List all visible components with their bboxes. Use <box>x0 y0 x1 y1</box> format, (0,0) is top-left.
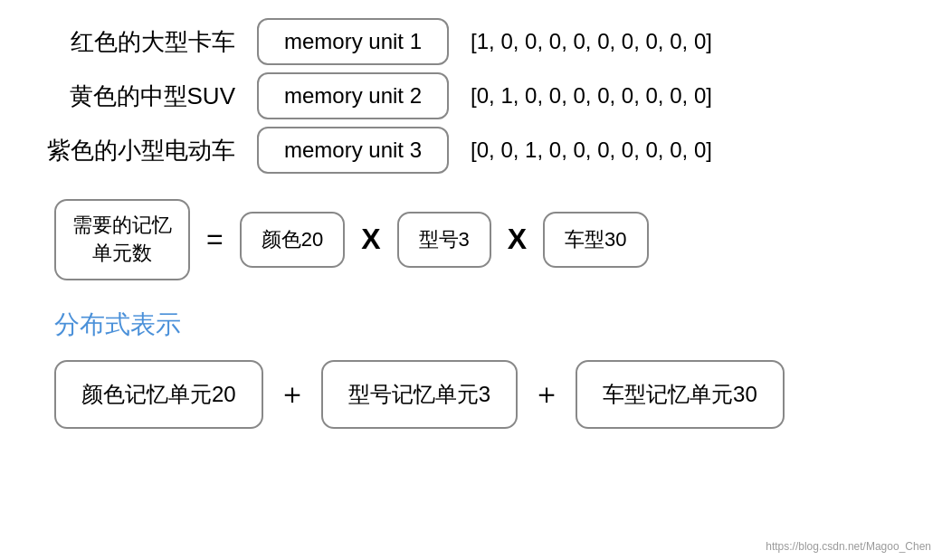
formula-left-line2: 单元数 <box>72 240 172 268</box>
dist-box-3: 车型记忆单元30 <box>576 360 785 429</box>
row-3-memory-box: memory unit 3 <box>257 127 449 174</box>
distributed-section: 颜色记忆单元20 ＋ 型号记忆单元3 ＋ 车型记忆单元30 <box>54 360 906 429</box>
row-3-vector: [0, 0, 1, 0, 0, 0, 0, 0, 0, 0] <box>471 138 712 163</box>
formula-factor1: 颜色20 <box>240 212 345 268</box>
top-section: 红色的大型卡车 memory unit 1 [1, 0, 0, 0, 0, 0,… <box>36 18 906 174</box>
distributed-title: 分布式表示 <box>54 308 906 342</box>
row-1-memory-box: memory unit 1 <box>257 18 449 65</box>
row-2-memory-box: memory unit 2 <box>257 72 449 119</box>
watermark: https://blog.csdn.net/Magoo_Chen <box>766 540 931 553</box>
row-2: 黄色的中型SUV memory unit 2 [0, 1, 0, 0, 0, 0… <box>36 72 906 119</box>
row-1-label: 红色的大型卡车 <box>36 26 235 58</box>
formula-times1: X <box>361 223 380 256</box>
row-3-memory-text: memory unit 3 <box>284 138 422 162</box>
row-2-vector: [0, 1, 0, 0, 0, 0, 0, 0, 0, 0] <box>471 83 712 109</box>
dist-plus-1: ＋ <box>278 375 307 414</box>
formula-section: 需要的记忆 单元数 = 颜色20 X 型号3 X 车型30 <box>54 199 906 280</box>
formula-left-box: 需要的记忆 单元数 <box>54 199 190 280</box>
formula-factor3: 车型30 <box>543 212 648 268</box>
row-2-memory-text: memory unit 2 <box>284 83 422 108</box>
formula-left-line1: 需要的记忆 <box>72 212 172 240</box>
row-1-memory-text: memory unit 1 <box>284 29 422 53</box>
formula-equals: = <box>206 223 224 256</box>
formula-factor2: 型号3 <box>397 212 491 268</box>
row-3-label: 紫色的小型电动车 <box>36 135 235 166</box>
formula-times2: X <box>508 223 527 256</box>
dist-box-2: 型号记忆单元3 <box>321 360 518 429</box>
dist-plus-2: ＋ <box>532 375 561 414</box>
dist-box-1: 颜色记忆单元20 <box>54 360 263 429</box>
row-1-vector: [1, 0, 0, 0, 0, 0, 0, 0, 0, 0] <box>471 29 712 54</box>
row-1: 红色的大型卡车 memory unit 1 [1, 0, 0, 0, 0, 0,… <box>36 18 906 65</box>
row-3: 紫色的小型电动车 memory unit 3 [0, 0, 1, 0, 0, 0… <box>36 127 906 174</box>
row-2-label: 黄色的中型SUV <box>36 81 235 112</box>
